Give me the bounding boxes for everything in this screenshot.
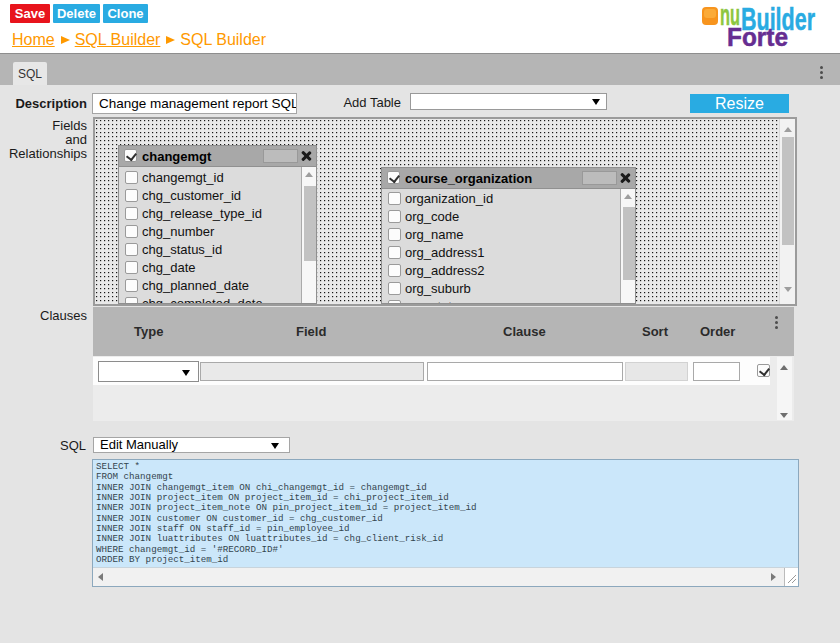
svg-text:Forte: Forte bbox=[727, 23, 788, 50]
